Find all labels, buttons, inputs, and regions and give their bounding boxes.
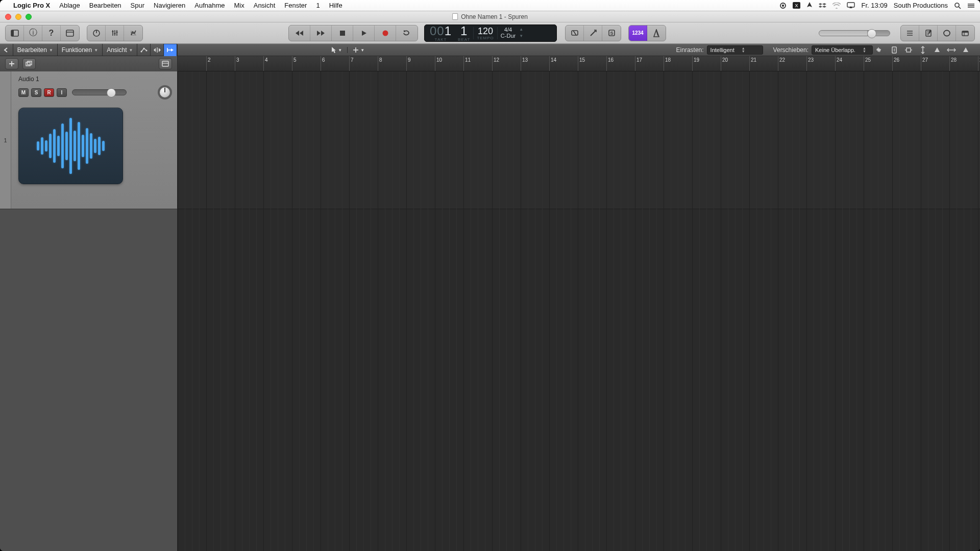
editors-button[interactable]: ✂	[124, 26, 142, 41]
menu-spur[interactable]: Spur	[131, 2, 144, 9]
forward-button[interactable]	[310, 26, 332, 41]
document-icon	[452, 13, 458, 20]
lcd-bar-prefix: 00	[430, 24, 445, 38]
global-tracks-button[interactable]	[159, 58, 172, 69]
menubar-clock[interactable]: Fr. 13:09	[861, 2, 887, 9]
left-click-tool[interactable]: ▼	[326, 46, 347, 54]
metronome-group: 1234	[628, 25, 666, 41]
flex-button[interactable]	[151, 44, 164, 56]
notepad-button[interactable]	[919, 26, 938, 41]
lcd-key[interactable]: C-Dur	[501, 33, 516, 39]
loops-button[interactable]	[938, 26, 956, 41]
track-name[interactable]: Audio 1	[18, 76, 172, 83]
menu-mix[interactable]: Mix	[234, 2, 244, 9]
menu-navigieren[interactable]: Navigieren	[154, 2, 185, 9]
rewind-button[interactable]	[289, 26, 310, 41]
lcd-tempo[interactable]: 120	[478, 26, 493, 37]
airplay-icon[interactable]	[847, 2, 855, 9]
snap-label: Einrasten:	[676, 46, 704, 54]
automation-button[interactable]	[137, 44, 151, 56]
lcd-mode-arrows[interactable]: ▲▼	[519, 28, 524, 38]
lcd-timesig[interactable]: 4/4	[504, 27, 512, 33]
track-volume-slider[interactable]	[72, 89, 127, 95]
stop-button[interactable]	[332, 26, 353, 41]
menu-fenster[interactable]: Fenster	[284, 2, 307, 9]
track-header[interactable]: 1 Audio 1 M S R I	[0, 71, 177, 209]
autopunch-button[interactable]	[584, 26, 602, 41]
svg-text:✂: ✂	[131, 30, 136, 37]
menu-bearbeiten[interactable]: Bearbeiten	[89, 2, 121, 9]
lcd-bar[interactable]: 1	[445, 24, 452, 38]
location-icon[interactable]	[806, 2, 813, 9]
pan-knob[interactable]	[158, 85, 172, 99]
svg-rect-35	[962, 31, 968, 33]
volume-fill	[819, 31, 867, 36]
zoom-v-slider-toggle[interactable]	[916, 44, 930, 56]
menu-ablage[interactable]: Ablage	[59, 2, 80, 9]
minimize-window-button[interactable]	[15, 14, 21, 20]
cmd-click-tool[interactable]: ▼	[347, 47, 370, 53]
track-volume-thumb[interactable]	[107, 88, 116, 97]
lcd-beat[interactable]: 1	[460, 24, 468, 38]
tray-box-icon[interactable]: X	[793, 2, 800, 9]
tracks-menu-ansicht[interactable]: Ansicht▼	[103, 44, 137, 56]
dropbox-icon[interactable]	[819, 2, 826, 9]
svg-text:X: X	[795, 3, 798, 8]
vzoom-thumb[interactable]	[930, 44, 944, 56]
duplicate-track-button[interactable]	[22, 58, 36, 69]
svg-point-1	[782, 4, 784, 6]
waveform-zoom-button[interactable]	[873, 44, 887, 56]
add-track-button[interactable]	[5, 58, 18, 69]
cycle-button[interactable]	[396, 26, 418, 41]
input-monitor-button[interactable]: I	[57, 88, 67, 97]
library-button[interactable]	[6, 26, 24, 41]
catch-button[interactable]	[164, 44, 177, 56]
menu-1[interactable]: 1	[316, 2, 320, 9]
browser-button[interactable]	[956, 26, 974, 41]
menu-ansicht[interactable]: Ansicht	[254, 2, 276, 9]
record-button[interactable]	[375, 26, 396, 41]
tracks-menu-funktionen[interactable]: Funktionen▼	[58, 44, 103, 56]
master-volume-slider[interactable]	[819, 30, 890, 36]
snap-dropdown[interactable]: Intelligent ▲▼	[707, 45, 763, 55]
svg-line-6	[959, 7, 961, 9]
metronome-button[interactable]	[647, 26, 666, 41]
hzoom-thumb[interactable]	[959, 44, 973, 56]
drag-dropdown[interactable]: Keine Überlapp. ▲▼	[812, 45, 873, 55]
record-status-icon[interactable]	[779, 2, 787, 9]
track-icon[interactable]	[18, 108, 123, 184]
zoom-window-button[interactable]	[26, 14, 32, 20]
quickhelp-button[interactable]: ?	[42, 26, 61, 41]
volume-thumb[interactable]	[867, 29, 876, 38]
record-enable-button[interactable]: R	[44, 88, 54, 97]
smart-controls-button[interactable]	[87, 26, 106, 41]
solo-track-button[interactable]: S	[31, 88, 41, 97]
menu-app[interactable]: Logic Pro X	[13, 2, 50, 9]
vertical-zoom-button[interactable]	[887, 44, 901, 56]
mute-button[interactable]: M	[18, 88, 29, 97]
close-window-button[interactable]	[5, 14, 11, 20]
window-titlebar: Ohne Namen 1 - Spuren	[0, 11, 980, 22]
play-button[interactable]	[353, 26, 375, 41]
region-zoom-button[interactable]	[901, 44, 916, 56]
wifi-icon[interactable]	[832, 3, 841, 9]
inspector-button[interactable]: ⓘ	[24, 26, 42, 41]
menubar-user[interactable]: South Productions	[894, 2, 948, 9]
toolbar-toggle-button[interactable]	[61, 26, 79, 41]
solo-button[interactable]: S	[602, 26, 621, 41]
menu-aufnahme[interactable]: Aufnahme	[194, 2, 225, 9]
countin-button[interactable]: 1234	[629, 26, 647, 41]
zoom-h-slider-toggle[interactable]	[944, 44, 959, 56]
timeline-ruler[interactable]: 2345678910111213141516171819202122232425…	[178, 56, 980, 71]
list-editors-button[interactable]	[901, 26, 919, 41]
menu-hilfe[interactable]: Hilfe	[329, 2, 342, 9]
spotlight-icon[interactable]	[954, 2, 961, 9]
back-button[interactable]	[0, 44, 13, 56]
control-center-icon[interactable]	[967, 3, 975, 9]
tracks-menu-bearbeiten[interactable]: Bearbeiten▼	[13, 44, 58, 56]
track-lane-1[interactable]	[178, 71, 980, 209]
replace-button[interactable]	[566, 26, 584, 41]
mixer-button[interactable]	[106, 26, 124, 41]
lcd-display[interactable]: 001 TAKT 1 BEAT 120 TEMPO 4/4 C-Dur ▲▼	[424, 24, 557, 42]
arrange-area[interactable]	[178, 71, 980, 551]
